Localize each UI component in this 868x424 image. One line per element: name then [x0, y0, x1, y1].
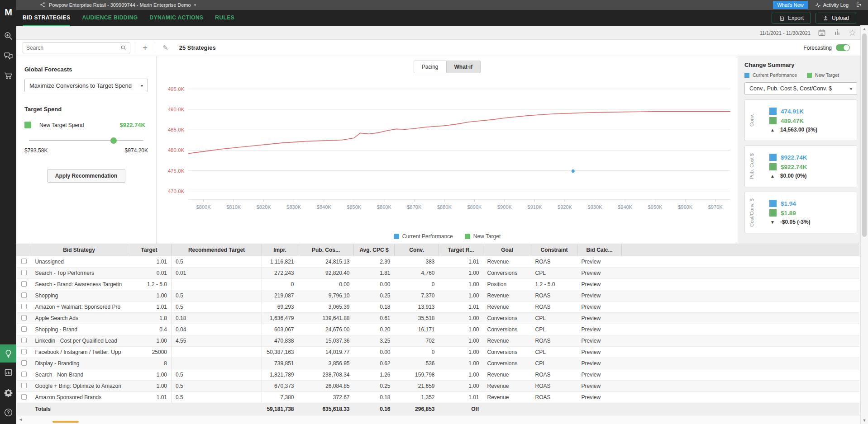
target-spend-slider[interactable] [29, 137, 143, 144]
row-checkbox[interactable] [21, 292, 27, 298]
col-header-constraint[interactable]: Constraint [531, 244, 577, 256]
slider-track [29, 140, 143, 141]
scroll-up-icon[interactable]: ▲ [861, 27, 868, 31]
preview-link[interactable]: Preview [577, 256, 622, 268]
row-checkbox[interactable] [21, 259, 27, 264]
preview-link[interactable]: Preview [577, 268, 622, 279]
forecast-type-select[interactable]: Maximize Conversions to Target Spend ▾ [24, 79, 148, 92]
cell-constraint: 1.2 - 5.0 [531, 279, 577, 290]
share-icon[interactable] [40, 2, 46, 9]
tab-audience-bidding[interactable]: AUDIENCE BIDDING [82, 10, 138, 26]
cart-icon[interactable] [0, 66, 16, 85]
report-icon[interactable] [0, 363, 16, 382]
horizontal-scrollbar[interactable]: ◄ [16, 415, 868, 424]
lightbulb-icon[interactable] [0, 344, 16, 363]
cell-recommended-target: 0.5 [172, 290, 262, 302]
col-header-impr[interactable]: Impr. [262, 244, 298, 256]
legend-swatch [807, 73, 812, 78]
chat-icon[interactable] [0, 46, 16, 66]
col-header-target[interactable]: Target [127, 244, 172, 256]
cell-avg-cpc: 0.20 [354, 324, 395, 335]
row-checkbox[interactable] [21, 326, 27, 332]
cell-target-r: 1.00 [439, 347, 483, 358]
search-plus-icon[interactable] [0, 26, 16, 46]
row-checkbox[interactable] [21, 372, 27, 377]
col-header-goal[interactable]: Goal [483, 244, 531, 256]
preview-link[interactable]: Preview [577, 381, 622, 392]
strategies-toolbar: + ✎ 25 Strategies Forecasting [16, 40, 868, 56]
col-header-pub-cos[interactable]: Pub. Cos... [298, 244, 354, 256]
search-icon[interactable] [120, 45, 127, 51]
horizontal-scroll-thumb[interactable] [52, 421, 79, 423]
whats-new-button[interactable]: What's New [773, 1, 807, 9]
apply-recommendation-button[interactable]: Apply Recommendation [47, 169, 125, 183]
preview-link[interactable]: Preview [577, 290, 622, 302]
upload-icon [823, 15, 829, 21]
preview-link[interactable]: Preview [577, 392, 622, 403]
vertical-scroll-thumb[interactable] [862, 33, 867, 237]
cell-constraint: CPL [531, 358, 577, 369]
row-checkbox[interactable] [21, 315, 27, 320]
metric-selector[interactable]: Conv., Pub. Cost $, Cost/Conv. $ ▾ [744, 82, 857, 95]
table-row: Amazon + Walmart: Sponsored Pro1.010.569… [17, 302, 859, 313]
preview-link[interactable]: Preview [577, 347, 622, 358]
row-checkbox[interactable] [21, 394, 27, 400]
preview-link[interactable]: Preview [577, 324, 622, 335]
row-checkbox[interactable] [21, 338, 27, 343]
cell-recommended-target: 0.01 [172, 268, 262, 279]
add-strategy-button[interactable]: + [140, 43, 150, 52]
edit-pencil-icon[interactable]: ✎ [160, 44, 171, 51]
table-row: Search - Brand: Awareness Targetin1.2 - … [17, 279, 859, 290]
preview-link[interactable]: Preview [577, 313, 622, 324]
scroll-down-icon[interactable]: ▼ [861, 418, 868, 423]
activity-log-button[interactable]: Activity Log [815, 2, 849, 8]
metric-label: Pub. Cost $ [748, 149, 756, 184]
preview-link[interactable]: Preview [577, 369, 622, 381]
upload-button[interactable]: Upload [816, 13, 856, 24]
row-checkbox[interactable] [21, 383, 27, 388]
col-header-recommended-target[interactable]: Recommended Target [172, 244, 262, 256]
metric-target-value: $1.89 [769, 209, 854, 217]
cell-target-r: 1.00 [439, 290, 483, 302]
date-range[interactable]: 11/1/2021 - 11/30/2021 [760, 30, 811, 36]
help-icon[interactable]: ? [0, 402, 16, 422]
row-checkbox[interactable] [21, 349, 27, 354]
totals-bid-calc [577, 403, 622, 415]
account-title[interactable]: Powpow Enterprise Retail - 309909744 - M… [49, 2, 191, 8]
logout-icon[interactable] [856, 2, 862, 9]
preview-link[interactable]: Preview [577, 302, 622, 313]
col-header-avg-cpc[interactable]: Avg. CPC $ [354, 244, 395, 256]
vertical-scrollbar[interactable]: ▲ ▼ [860, 25, 868, 424]
col-header-target-r[interactable]: Target R... [439, 244, 483, 256]
calendar-icon[interactable]: 23 [818, 28, 826, 38]
row-checkbox[interactable] [21, 360, 27, 366]
row-checkbox[interactable] [21, 281, 27, 287]
preview-link[interactable]: Preview [577, 335, 622, 347]
cell-avg-cpc: 0.25 [354, 290, 395, 302]
tab-bid-strategies[interactable]: BID STRATEGIES [23, 10, 70, 26]
forecast-type-value: Maximize Conversions to Target Spend [29, 82, 132, 89]
scroll-left-icon[interactable]: ◄ [19, 417, 23, 422]
preview-link[interactable]: Preview [577, 358, 622, 369]
chart-tab-pacing[interactable]: Pacing [414, 61, 447, 73]
slider-handle[interactable] [110, 137, 117, 144]
row-checkbox[interactable] [21, 270, 27, 275]
tab-rules[interactable]: RULES [215, 10, 234, 26]
svg-text:$830K: $830K [286, 204, 301, 210]
col-header-bid-calc[interactable]: Bid Calc... [577, 244, 622, 256]
col-header-bid-strategy[interactable]: Bid Strategy [31, 244, 127, 256]
table-row: Unassigned1.010.51,116,82124,815.132.393… [17, 256, 859, 268]
gear-icon[interactable] [0, 382, 16, 402]
forecasting-toggle[interactable] [836, 44, 850, 51]
tab-dynamic-actions[interactable]: DYNAMIC ACTIONS [149, 10, 203, 26]
preview-link[interactable]: Preview [577, 279, 622, 290]
export-button[interactable]: Export [772, 13, 811, 24]
filler-cell [622, 369, 859, 381]
chart-tab-what-if[interactable]: What-if [447, 61, 481, 73]
col-header-conv[interactable]: Conv. [395, 244, 439, 256]
cell-impr: 69,293 [262, 302, 298, 313]
search-input[interactable] [26, 45, 120, 51]
favorite-star-icon[interactable]: ☆ [849, 28, 856, 37]
columns-icon[interactable] [833, 28, 841, 38]
row-checkbox[interactable] [21, 304, 27, 309]
